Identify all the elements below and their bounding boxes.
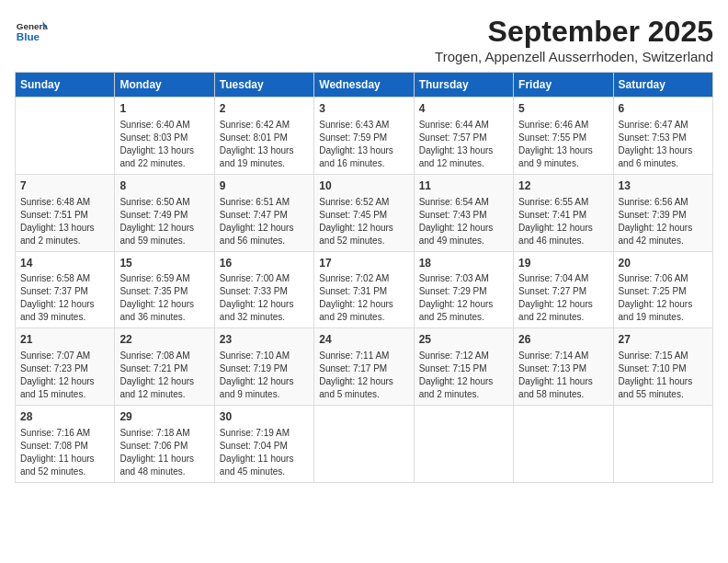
calendar-header-friday: Friday	[514, 73, 613, 98]
day-number: 29	[119, 409, 209, 425]
cell-text: Sunrise: 7:18 AM	[119, 427, 209, 440]
cell-text: Daylight: 12 hours and 5 minutes.	[319, 375, 408, 401]
day-number: 19	[518, 256, 608, 271]
cell-text: Sunset: 7:06 PM	[119, 440, 209, 453]
calendar-cell: 29Sunrise: 7:18 AMSunset: 7:06 PMDayligh…	[115, 406, 214, 483]
cell-text: Sunset: 7:53 PM	[619, 132, 708, 144]
cell-text: Sunset: 8:03 PM	[119, 132, 209, 144]
cell-text: Sunset: 7:31 PM	[319, 285, 408, 298]
calendar-week-row: 28Sunrise: 7:16 AMSunset: 7:08 PMDayligh…	[16, 406, 713, 483]
cell-text: Sunset: 7:23 PM	[20, 362, 109, 375]
calendar-cell: 28Sunrise: 7:16 AMSunset: 7:08 PMDayligh…	[16, 406, 115, 483]
calendar-header-saturday: Saturday	[613, 73, 712, 98]
day-number: 13	[619, 178, 708, 194]
cell-text: Daylight: 13 hours and 22 minutes.	[119, 144, 209, 170]
cell-text: Sunrise: 6:43 AM	[319, 119, 408, 132]
calendar-cell: 22Sunrise: 7:08 AMSunset: 7:21 PMDayligh…	[115, 328, 214, 406]
logo: General Blue	[15, 15, 51, 48]
day-number: 12	[518, 178, 608, 194]
cell-text: Daylight: 12 hours and 36 minutes.	[119, 298, 209, 324]
cell-text: Sunset: 7:41 PM	[518, 209, 608, 222]
cell-text: Sunrise: 7:10 AM	[220, 350, 309, 362]
cell-text: Sunrise: 7:08 AM	[119, 350, 209, 362]
day-number: 9	[220, 178, 309, 194]
calendar-cell: 30Sunrise: 7:19 AMSunset: 7:04 PMDayligh…	[214, 406, 313, 483]
cell-text: Daylight: 12 hours and 12 minutes.	[119, 375, 209, 401]
cell-text: Daylight: 13 hours and 9 minutes.	[518, 144, 608, 170]
cell-text: Sunrise: 7:14 AM	[518, 350, 608, 362]
day-number: 8	[119, 178, 209, 194]
cell-text: Sunset: 7:57 PM	[419, 132, 508, 144]
cell-text: Sunset: 7:37 PM	[20, 285, 109, 298]
day-number: 26	[518, 332, 608, 348]
cell-text: Daylight: 13 hours and 16 minutes.	[319, 144, 408, 170]
cell-text: Daylight: 12 hours and 59 minutes.	[119, 222, 209, 247]
calendar-header-monday: Monday	[115, 73, 214, 98]
cell-text: Sunset: 7:15 PM	[419, 362, 508, 375]
calendar-cell: 21Sunrise: 7:07 AMSunset: 7:23 PMDayligh…	[16, 328, 115, 406]
day-number: 1	[119, 101, 209, 117]
cell-text: Sunrise: 6:55 AM	[518, 196, 608, 209]
day-number: 14	[20, 256, 109, 271]
cell-text: Sunset: 7:25 PM	[619, 285, 708, 298]
title-area: September 2025 Trogen, Appenzell Ausserr…	[435, 15, 713, 64]
cell-text: Sunrise: 7:02 AM	[319, 272, 408, 285]
calendar-cell: 24Sunrise: 7:11 AMSunset: 7:17 PMDayligh…	[314, 328, 414, 406]
cell-text: Sunrise: 7:07 AM	[20, 350, 109, 362]
calendar-table: SundayMondayTuesdayWednesdayThursdayFrid…	[15, 72, 713, 483]
day-number: 20	[619, 256, 708, 271]
calendar-cell: 5Sunrise: 6:46 AMSunset: 7:55 PMDaylight…	[514, 98, 613, 175]
svg-text:Blue: Blue	[17, 30, 40, 42]
calendar-header-row: SundayMondayTuesdayWednesdayThursdayFrid…	[16, 73, 713, 98]
calendar-cell: 27Sunrise: 7:15 AMSunset: 7:10 PMDayligh…	[613, 328, 712, 406]
cell-text: Sunset: 7:10 PM	[619, 362, 708, 375]
cell-text: Sunrise: 7:00 AM	[220, 272, 309, 285]
calendar-cell: 15Sunrise: 6:59 AMSunset: 7:35 PMDayligh…	[115, 251, 214, 328]
cell-text: Sunset: 7:45 PM	[319, 209, 408, 222]
cell-text: Sunset: 7:19 PM	[220, 362, 309, 375]
calendar-header-thursday: Thursday	[414, 73, 513, 98]
cell-text: Daylight: 13 hours and 19 minutes.	[220, 144, 309, 170]
calendar-cell: 4Sunrise: 6:44 AMSunset: 7:57 PMDaylight…	[414, 98, 513, 175]
cell-text: Sunset: 7:55 PM	[518, 132, 608, 144]
cell-text: Sunrise: 7:06 AM	[619, 272, 708, 285]
calendar-cell: 25Sunrise: 7:12 AMSunset: 7:15 PMDayligh…	[414, 328, 513, 406]
calendar-week-row: 21Sunrise: 7:07 AMSunset: 7:23 PMDayligh…	[16, 328, 713, 406]
cell-text: Sunrise: 7:03 AM	[419, 272, 508, 285]
day-number: 10	[319, 178, 408, 194]
day-number: 5	[518, 101, 608, 117]
cell-text: Sunrise: 7:11 AM	[319, 350, 408, 362]
calendar-cell	[613, 406, 712, 483]
day-number: 7	[20, 178, 109, 194]
calendar-header-sunday: Sunday	[16, 73, 115, 98]
cell-text: Sunrise: 6:51 AM	[220, 196, 309, 209]
day-number: 6	[619, 101, 708, 117]
calendar-cell: 18Sunrise: 7:03 AMSunset: 7:29 PMDayligh…	[414, 251, 513, 328]
cell-text: Sunset: 7:21 PM	[119, 362, 209, 375]
cell-text: Sunrise: 7:12 AM	[419, 350, 508, 362]
cell-text: Sunset: 7:49 PM	[119, 209, 209, 222]
calendar-header-tuesday: Tuesday	[214, 73, 313, 98]
cell-text: Daylight: 12 hours and 25 minutes.	[419, 298, 508, 324]
cell-text: Sunrise: 6:52 AM	[319, 196, 408, 209]
calendar-week-row: 1Sunrise: 6:40 AMSunset: 8:03 PMDaylight…	[16, 98, 713, 175]
cell-text: Daylight: 13 hours and 2 minutes.	[20, 222, 109, 247]
cell-text: Daylight: 12 hours and 19 minutes.	[619, 298, 708, 324]
cell-text: Sunrise: 7:19 AM	[220, 427, 309, 440]
cell-text: Sunrise: 6:59 AM	[119, 272, 209, 285]
calendar-header-wednesday: Wednesday	[314, 73, 414, 98]
day-number: 23	[220, 332, 309, 348]
cell-text: Daylight: 12 hours and 39 minutes.	[20, 298, 109, 324]
calendar-cell: 12Sunrise: 6:55 AMSunset: 7:41 PMDayligh…	[514, 174, 613, 251]
cell-text: Daylight: 12 hours and 49 minutes.	[419, 222, 508, 247]
cell-text: Sunset: 7:17 PM	[319, 362, 408, 375]
cell-text: Daylight: 13 hours and 12 minutes.	[419, 144, 508, 170]
header-area: General Blue September 2025 Trogen, Appe…	[15, 15, 713, 64]
cell-text: Daylight: 12 hours and 52 minutes.	[319, 222, 408, 247]
calendar-week-row: 14Sunrise: 6:58 AMSunset: 7:37 PMDayligh…	[16, 251, 713, 328]
cell-text: Sunset: 7:04 PM	[220, 440, 309, 453]
cell-text: Daylight: 11 hours and 52 minutes.	[20, 453, 109, 478]
cell-text: Daylight: 12 hours and 42 minutes.	[619, 222, 708, 247]
cell-text: Sunset: 7:43 PM	[419, 209, 508, 222]
cell-text: Daylight: 12 hours and 46 minutes.	[518, 222, 608, 247]
